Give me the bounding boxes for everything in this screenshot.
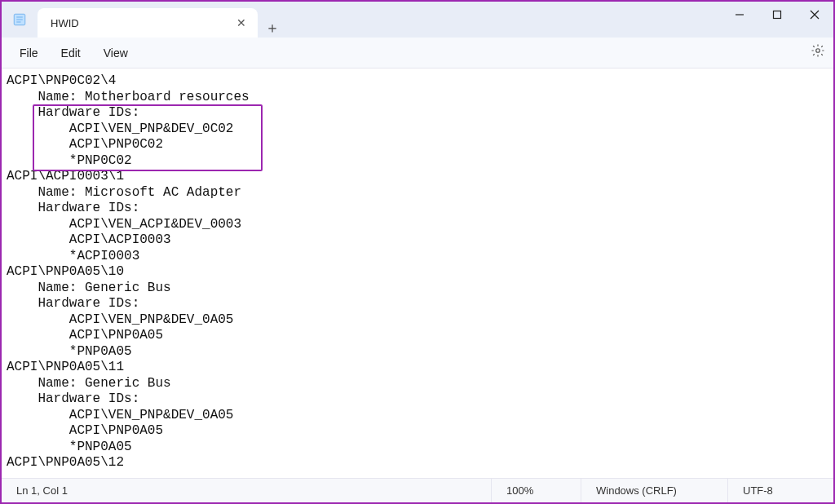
menubar: File Edit View (2, 38, 833, 69)
svg-point-8 (816, 49, 820, 53)
notepad-window: HWID ✕ ＋ File Edit View ACPI\PNP0C02\4 N… (0, 0, 835, 504)
new-tab-button[interactable]: ＋ (258, 18, 287, 38)
tab-hwid[interactable]: HWID ✕ (38, 8, 258, 38)
text-editor[interactable]: ACPI\PNP0C02\4 Name: Motherboard resourc… (2, 69, 833, 478)
tab-title: HWID (51, 17, 79, 29)
minimize-button[interactable] (721, 2, 758, 28)
svg-rect-5 (774, 11, 781, 19)
tabstrip: HWID ✕ ＋ (38, 2, 833, 38)
window-controls (721, 2, 833, 28)
notepad-app-icon (2, 2, 38, 38)
highlight-box (33, 104, 263, 171)
close-window-button[interactable] (796, 2, 833, 28)
statusbar: Ln 1, Col 1 100% Windows (CRLF) UTF-8 (2, 478, 833, 502)
titlebar: HWID ✕ ＋ (2, 2, 833, 38)
menu-file[interactable]: File (8, 42, 50, 64)
menu-view[interactable]: View (92, 42, 139, 64)
status-cursor-position[interactable]: Ln 1, Col 1 (2, 479, 82, 502)
close-icon[interactable]: ✕ (235, 16, 248, 29)
settings-button[interactable] (811, 43, 825, 61)
status-zoom[interactable]: 100% (491, 479, 581, 502)
menu-edit[interactable]: Edit (50, 42, 92, 64)
maximize-button[interactable] (758, 2, 796, 28)
status-encoding[interactable]: UTF-8 (727, 479, 833, 502)
status-line-endings[interactable]: Windows (CRLF) (581, 479, 727, 502)
